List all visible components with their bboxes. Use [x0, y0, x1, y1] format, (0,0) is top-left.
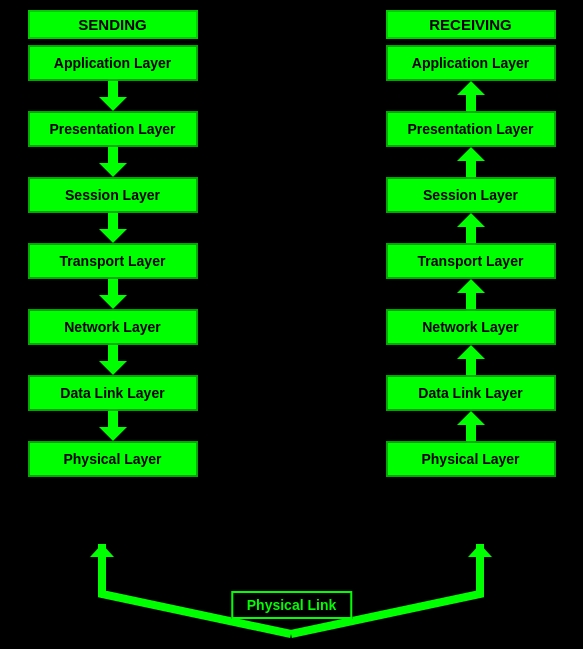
receiving-header: RECEIVING	[386, 10, 556, 39]
sending-header: SENDING	[28, 10, 198, 39]
receiving-layer-5: Data Link Layer	[386, 375, 556, 411]
sending-layer-1: Presentation Layer	[28, 111, 198, 147]
sending-arrow-4	[99, 345, 127, 375]
sending-arrow-1	[99, 147, 127, 177]
receiving-layer-2: Session Layer	[386, 177, 556, 213]
receiving-arrow-3	[457, 279, 485, 309]
receiving-layer-0: Application Layer	[386, 45, 556, 81]
osi-diagram: SENDING Application Layer Presentation L…	[0, 0, 583, 477]
sending-layer-3: Transport Layer	[28, 243, 198, 279]
sending-arrow-5	[99, 411, 127, 441]
receiving-layer-4: Network Layer	[386, 309, 556, 345]
receiving-layer-1: Presentation Layer	[386, 111, 556, 147]
svg-marker-3	[468, 544, 492, 557]
sending-layer-6: Physical Layer	[28, 441, 198, 477]
sending-arrow-2	[99, 213, 127, 243]
sending-layer-5: Data Link Layer	[28, 375, 198, 411]
receiving-column: RECEIVING Application Layer Presentation…	[378, 10, 563, 477]
receiving-arrow-5	[457, 411, 485, 441]
receiving-layer-3: Transport Layer	[386, 243, 556, 279]
sending-layer-4: Network Layer	[28, 309, 198, 345]
receiving-arrow-2	[457, 213, 485, 243]
sending-layer-0: Application Layer	[28, 45, 198, 81]
physical-link-label: Physical Link	[231, 591, 352, 619]
svg-marker-2	[90, 544, 114, 557]
sending-layer-2: Session Layer	[28, 177, 198, 213]
receiving-arrow-0	[457, 81, 485, 111]
sending-column: SENDING Application Layer Presentation L…	[20, 10, 205, 477]
sending-arrow-0	[99, 81, 127, 111]
receiving-arrow-1	[457, 147, 485, 177]
sending-arrow-3	[99, 279, 127, 309]
receiving-layer-6: Physical Layer	[386, 441, 556, 477]
physical-link-area: Physical Link	[0, 539, 583, 649]
receiving-arrow-4	[457, 345, 485, 375]
